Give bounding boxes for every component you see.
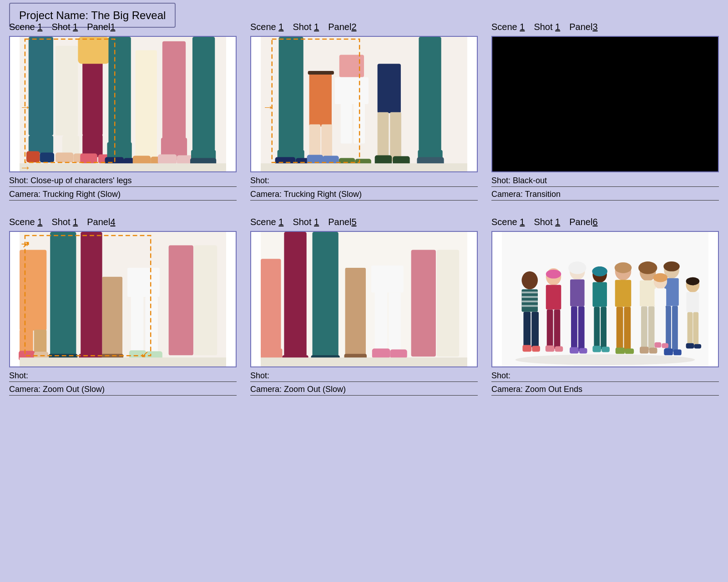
- svg-text:↗: ↗: [22, 239, 30, 250]
- svg-rect-111: [531, 312, 539, 348]
- shot-label-3: Shot 1: [534, 22, 560, 32]
- camera-desc-5: Camera: Zoom Out (Slow): [250, 385, 478, 396]
- svg-rect-133: [602, 347, 610, 352]
- scene-label-6: Scene 1: [491, 217, 525, 227]
- svg-rect-86: [261, 259, 281, 355]
- panel-cell-5: Scene 1 Shot 1 Panel5: [250, 217, 478, 398]
- svg-rect-75: [145, 297, 158, 354]
- svg-rect-24: [158, 155, 177, 165]
- svg-rect-7: [56, 153, 73, 163]
- shot-desc-5: Shot:: [250, 371, 478, 382]
- scene-label-2: Scene 1: [250, 22, 283, 32]
- panel-header-1: Scene 1 Shot 1 Panel1: [9, 22, 237, 32]
- svg-rect-38: [309, 73, 332, 126]
- svg-rect-169: [655, 342, 662, 348]
- svg-rect-46: [341, 103, 352, 144]
- panel-header-6: Scene 1 Shot 1 Panel6: [491, 217, 719, 227]
- panel-label-4: Panel4: [87, 217, 115, 227]
- shot-label-4: Shot 1: [51, 217, 78, 227]
- svg-rect-44: [339, 55, 364, 77]
- svg-rect-118: [546, 346, 555, 352]
- svg-point-164: [686, 277, 700, 286]
- camera-desc-2: Camera: Trucking Right (Slow): [250, 190, 478, 201]
- panel-info-6: Shot: Camera: Zoom Out Ends: [491, 371, 719, 398]
- panel-cell-4: Scene 1 Shot 1 Panel4: [9, 217, 237, 398]
- panel-header-3: Scene 1 Shot 1 Panel3: [491, 22, 719, 32]
- svg-rect-159: [687, 292, 699, 312]
- svg-rect-90: [313, 232, 339, 357]
- svg-rect-140: [625, 349, 634, 354]
- svg-rect-129: [592, 282, 607, 307]
- svg-rect-155: [664, 349, 673, 356]
- svg-rect-116: [547, 310, 553, 349]
- svg-rect-78: [169, 246, 193, 356]
- svg-point-134: [592, 266, 607, 276]
- svg-rect-106: [521, 291, 538, 293]
- svg-rect-112: [522, 345, 531, 352]
- page-title-bar: Project Name: The Big Reveal: [9, 9, 719, 22]
- svg-rect-132: [592, 346, 601, 352]
- svg-rect-125: [570, 347, 579, 354]
- svg-rect-143: [640, 281, 656, 306]
- panel-info-5: Shot: Camera: Zoom Out (Slow): [250, 371, 478, 398]
- shot-label-2: Shot 1: [293, 22, 319, 32]
- svg-rect-62: [20, 250, 46, 331]
- shot-desc-4: Shot:: [9, 371, 237, 382]
- svg-rect-79: [194, 246, 217, 356]
- svg-rect-145: [648, 306, 655, 351]
- svg-rect-26: [192, 37, 215, 151]
- svg-rect-147: [649, 348, 657, 354]
- panel-image-4: ↗ ↗ ↙: [9, 231, 237, 367]
- panel-info-2: Shot: Camera: Trucking Right (Slow): [250, 176, 478, 203]
- panel-image-2: →: [250, 36, 478, 172]
- panel-info-4: Shot: Camera: Zoom Out (Slow): [9, 371, 237, 398]
- svg-rect-84: [20, 357, 226, 366]
- svg-rect-22: [162, 41, 186, 140]
- svg-rect-107: [521, 296, 538, 298]
- shot-desc-6: Shot:: [491, 371, 719, 382]
- svg-rect-137: [617, 307, 623, 352]
- panel-image-1: → →: [9, 36, 237, 172]
- svg-text:→: →: [263, 100, 274, 113]
- svg-point-141: [615, 262, 632, 273]
- svg-rect-146: [640, 347, 649, 354]
- svg-rect-160: [688, 312, 693, 346]
- panel-header-5: Scene 1 Shot 1 Panel5: [250, 217, 478, 227]
- svg-rect-144: [641, 306, 647, 351]
- svg-rect-163: [694, 344, 701, 349]
- svg-rect-96: [389, 292, 401, 349]
- svg-point-157: [663, 261, 680, 271]
- scene-label-4: Scene 1: [9, 217, 42, 227]
- svg-rect-154: [672, 306, 678, 352]
- svg-rect-50: [378, 64, 401, 113]
- panel-image-6: [491, 231, 719, 367]
- svg-rect-136: [615, 280, 632, 307]
- svg-rect-18: [136, 50, 157, 140]
- svg-rect-167: [656, 306, 660, 346]
- svg-rect-4: [40, 153, 54, 163]
- svg-rect-122: [570, 280, 585, 306]
- shot-desc-3: Shot: Black-out: [491, 176, 719, 187]
- panel-info-1: Shot: Close-up of characters' legs Camer…: [9, 176, 237, 203]
- shot-label-5: Shot 1: [293, 217, 319, 227]
- svg-rect-34: [279, 37, 303, 151]
- svg-rect-43: [308, 71, 334, 75]
- panel-label-2: Panel2: [328, 22, 356, 32]
- svg-rect-40: [321, 124, 332, 160]
- svg-rect-29: [20, 163, 226, 171]
- svg-rect-14: [108, 37, 131, 145]
- svg-rect-117: [554, 310, 561, 349]
- panel-cell-6: Scene 1 Shot 1 Panel6: [491, 217, 719, 398]
- svg-rect-97: [372, 349, 390, 359]
- panel-header-4: Scene 1 Shot 1 Panel4: [9, 217, 237, 227]
- svg-point-150: [650, 264, 656, 270]
- svg-rect-139: [616, 348, 625, 354]
- panel-info-3: Shot: Black-out Camera: Transition: [491, 176, 719, 203]
- svg-rect-73: [127, 268, 160, 297]
- camera-desc-3: Camera: Transition: [491, 190, 719, 201]
- svg-rect-45: [335, 77, 369, 104]
- svg-rect-138: [624, 307, 631, 352]
- svg-rect-13: [78, 37, 109, 64]
- panel-image-5: [250, 231, 478, 367]
- svg-rect-2: [29, 135, 53, 153]
